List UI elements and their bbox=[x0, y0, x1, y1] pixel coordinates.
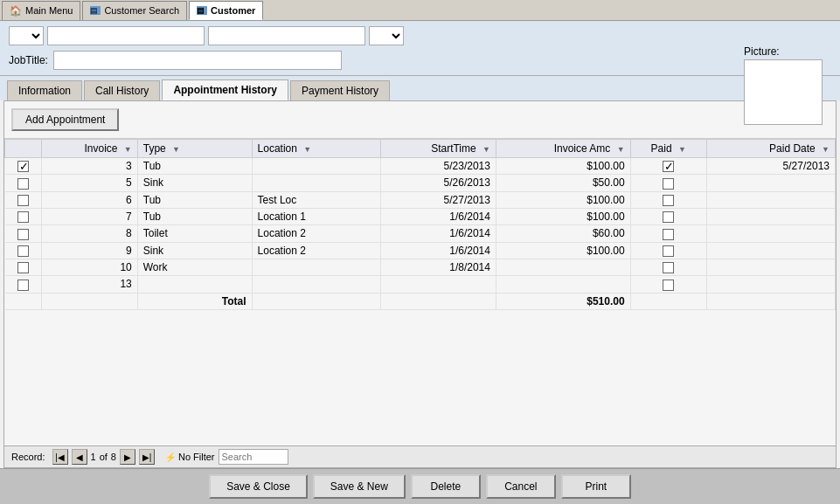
save-close-button[interactable]: Save & Close bbox=[209, 474, 308, 499]
add-appointment-button[interactable]: Add Appointment bbox=[11, 108, 119, 131]
tab-customer-search-label: Customer Search bbox=[104, 5, 179, 16]
paid-checkbox[interactable] bbox=[663, 280, 674, 291]
row-invoiceamt bbox=[496, 276, 630, 293]
table-row[interactable]: 10 Work 1/8/2014 bbox=[5, 259, 836, 275]
row-paid[interactable] bbox=[630, 242, 706, 259]
table-row[interactable]: 5 Sink 5/26/2013 $50.00 bbox=[5, 175, 836, 191]
row-select-checkbox[interactable] bbox=[17, 262, 29, 273]
main-window: Test Customer JobTitle: Picture: Informa… bbox=[0, 21, 840, 504]
row-paid[interactable] bbox=[630, 259, 706, 275]
tab-main-menu[interactable]: 🏠 Main Menu bbox=[2, 1, 80, 20]
row-starttime: 5/23/2013 bbox=[380, 158, 496, 175]
col-header-select bbox=[5, 140, 42, 158]
row-location: Location 1 bbox=[252, 208, 380, 224]
jobtitle-label: JobTitle: bbox=[9, 54, 48, 66]
row-paid[interactable] bbox=[630, 158, 706, 175]
total-label: Total bbox=[137, 293, 252, 309]
save-new-button[interactable]: Save & New bbox=[313, 474, 406, 499]
delete-button[interactable]: Delete bbox=[411, 474, 481, 499]
col-header-type[interactable]: Type ▼ bbox=[137, 140, 252, 158]
row-invoiceamt: $50.00 bbox=[496, 175, 630, 191]
col-header-paiddate[interactable]: Paid Date ▼ bbox=[706, 140, 835, 158]
filter-icon: ⚡ bbox=[165, 452, 176, 462]
tab-customer-label: Customer bbox=[211, 5, 255, 16]
paid-checkbox[interactable] bbox=[663, 229, 674, 240]
tab-payment-history[interactable]: Payment History bbox=[290, 80, 390, 100]
jobtitle-row: JobTitle: bbox=[9, 51, 831, 70]
col-header-paid[interactable]: Paid ▼ bbox=[630, 140, 706, 158]
row-invoice: 8 bbox=[41, 225, 137, 242]
row-type: Work bbox=[137, 259, 252, 275]
nav-last-button[interactable]: ▶| bbox=[139, 449, 155, 465]
table-row[interactable]: 3 Tub 5/23/2013 $100.00 5/27/2013 bbox=[5, 158, 836, 175]
add-appointment-bar: Add Appointment bbox=[4, 101, 836, 139]
picture-area bbox=[744, 59, 823, 125]
cancel-button[interactable]: Cancel bbox=[486, 474, 556, 499]
row-starttime: 1/6/2014 bbox=[380, 225, 496, 242]
table-row[interactable]: 13 bbox=[5, 276, 836, 293]
row-paid[interactable] bbox=[630, 191, 706, 208]
bottom-buttons: Save & Close Save & New Delete Cancel Pr… bbox=[0, 468, 840, 504]
row-select-checkbox[interactable] bbox=[17, 211, 29, 223]
paid-sort-icon: ▼ bbox=[678, 145, 686, 154]
title-select[interactable] bbox=[9, 26, 44, 45]
row-starttime: 5/26/2013 bbox=[380, 175, 496, 191]
row-type: Tub bbox=[137, 191, 252, 208]
tab-customer[interactable]: ▤ Customer bbox=[189, 1, 263, 20]
row-select-checkbox[interactable] bbox=[17, 195, 29, 206]
row-invoice: 13 bbox=[41, 276, 137, 293]
paid-checkbox[interactable] bbox=[663, 161, 674, 172]
row-location bbox=[252, 259, 380, 275]
row-select-checkbox[interactable] bbox=[17, 161, 29, 172]
row-select-cell bbox=[5, 242, 42, 259]
suffix-select[interactable] bbox=[369, 26, 404, 45]
col-header-starttime[interactable]: StartTime ▼ bbox=[380, 140, 496, 158]
search-input[interactable] bbox=[219, 449, 288, 465]
col-header-invoiceamt[interactable]: Invoice Amc ▼ bbox=[496, 140, 630, 158]
paid-checkbox[interactable] bbox=[663, 262, 674, 273]
nav-next-button[interactable]: ▶ bbox=[120, 449, 135, 465]
tab-information[interactable]: Information bbox=[7, 80, 82, 100]
row-paid[interactable] bbox=[630, 276, 706, 293]
row-select-checkbox[interactable] bbox=[17, 280, 29, 291]
paid-checkbox[interactable] bbox=[663, 245, 674, 257]
row-select-checkbox[interactable] bbox=[17, 229, 29, 240]
customer-header: Test Customer JobTitle: Picture: bbox=[0, 21, 840, 76]
table-row[interactable]: 8 Toilet Location 2 1/6/2014 $60.00 bbox=[5, 225, 836, 242]
tab-call-history[interactable]: Call History bbox=[84, 80, 160, 100]
tab-customer-search[interactable]: ▤ Customer Search bbox=[82, 1, 187, 20]
row-paid[interactable] bbox=[630, 225, 706, 242]
row-paiddate bbox=[706, 225, 835, 242]
row-type: Tub bbox=[137, 208, 252, 224]
paid-checkbox[interactable] bbox=[663, 195, 674, 206]
col-header-invoice[interactable]: Invoice ▼ bbox=[41, 140, 137, 158]
table-row[interactable]: 6 Tub Test Loc 5/27/2013 $100.00 bbox=[5, 191, 836, 208]
first-name-field[interactable]: Test bbox=[47, 26, 205, 45]
col-header-location[interactable]: Location ▼ bbox=[252, 140, 380, 158]
row-select-checkbox[interactable] bbox=[17, 245, 29, 257]
row-invoiceamt: $100.00 bbox=[496, 191, 630, 208]
paid-checkbox[interactable] bbox=[663, 211, 674, 223]
row-select-checkbox[interactable] bbox=[17, 178, 29, 190]
table-row[interactable]: 7 Tub Location 1 1/6/2014 $100.00 bbox=[5, 208, 836, 224]
row-type bbox=[137, 276, 252, 293]
row-paid[interactable] bbox=[630, 208, 706, 224]
tab-appointment-history[interactable]: Appointment History bbox=[162, 79, 288, 100]
row-select-cell bbox=[5, 225, 42, 242]
nav-first-button[interactable]: |◀ bbox=[52, 449, 68, 465]
print-button[interactable]: Print bbox=[561, 474, 631, 499]
row-paiddate bbox=[706, 259, 835, 275]
paid-checkbox[interactable] bbox=[663, 178, 674, 190]
tab-bar: 🏠 Main Menu ▤ Customer Search ▤ Customer bbox=[0, 0, 840, 21]
row-select-cell bbox=[5, 191, 42, 208]
no-filter-indicator: ⚡ No Filter bbox=[165, 452, 215, 462]
row-invoice: 7 bbox=[41, 208, 137, 224]
table-row[interactable]: 9 Sink Location 2 1/6/2014 $100.00 bbox=[5, 242, 836, 259]
nav-prev-button[interactable]: ◀ bbox=[72, 449, 87, 465]
row-invoice: 9 bbox=[41, 242, 137, 259]
last-name-field[interactable]: Customer bbox=[208, 26, 365, 45]
total-amount: $510.00 bbox=[496, 293, 630, 309]
row-paiddate bbox=[706, 276, 835, 293]
row-paid[interactable] bbox=[630, 175, 706, 191]
jobtitle-field[interactable] bbox=[53, 51, 342, 70]
